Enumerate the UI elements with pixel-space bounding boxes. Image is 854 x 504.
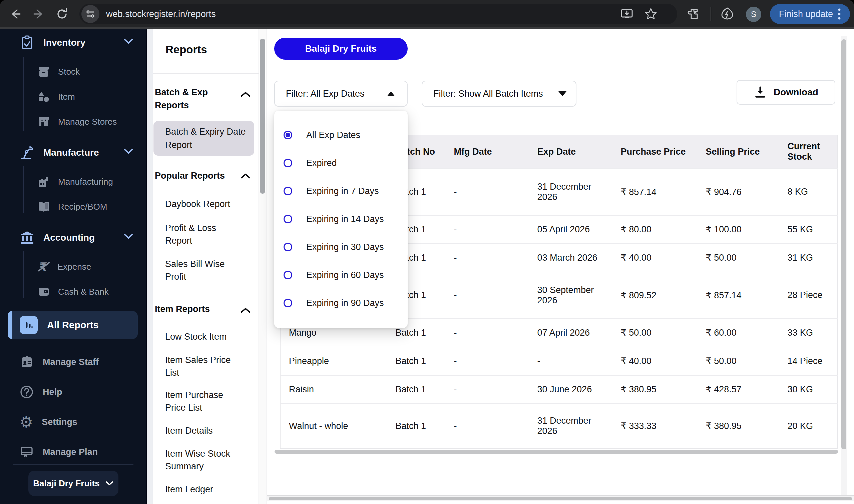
factory-icon — [37, 175, 50, 188]
shapes-icon — [37, 90, 50, 103]
chevron-up-icon[interactable] — [240, 307, 251, 314]
store-badge[interactable]: Balaji Dry Fruits — [274, 38, 408, 60]
option-expiring-14-days[interactable]: Expiring in 14 Days — [283, 205, 384, 233]
report-item-sales-bill-wise-profit[interactable]: Sales Bill Wise Profit — [165, 258, 242, 283]
recipe-book-icon — [37, 200, 50, 213]
report-item-profit-loss[interactable]: Profit & Loss Report — [165, 222, 242, 247]
sidebar-item-help[interactable]: Help — [19, 383, 63, 401]
radio-icon[interactable] — [283, 299, 292, 307]
finish-update-button[interactable]: Finish update — [770, 4, 850, 24]
reports-sidebar-scrollbar[interactable] — [259, 29, 267, 504]
col-current-stock: Current Stock — [783, 135, 838, 169]
radio-selected-icon[interactable] — [283, 131, 292, 139]
col-exp-date: Exp Date — [533, 135, 616, 169]
radio-icon[interactable] — [283, 243, 292, 251]
report-item-purchase-price-list[interactable]: Item Purchase Price List — [165, 389, 242, 414]
reload-button[interactable] — [54, 6, 70, 22]
option-all-exp-dates[interactable]: All Exp Dates — [283, 121, 360, 149]
scrollbar-thumb[interactable] — [260, 39, 265, 194]
main-content: Balaji Dry Fruits Filter: All Exp Dates … — [267, 29, 854, 504]
radio-icon[interactable] — [283, 159, 292, 167]
option-expired[interactable]: Expired — [283, 149, 337, 177]
report-item-low-stock[interactable]: Low Stock Item — [165, 330, 242, 343]
plan-ribbon-icon — [19, 445, 34, 459]
report-item-wise-stock-summary[interactable]: Item Wise Stock Summary — [165, 447, 242, 473]
radio-icon[interactable] — [283, 271, 292, 279]
sidebar-item-all-reports[interactable]: All Reports — [8, 311, 138, 339]
address-bar[interactable]: web.stockregister.in/reports — [80, 4, 677, 24]
forward-button[interactable] — [31, 6, 47, 22]
bottom-horizontal-scrollbar[interactable] — [267, 495, 854, 501]
chevron-up-icon[interactable] — [240, 91, 251, 98]
sidebar-item-settings[interactable]: ⚙ Settings — [19, 413, 77, 431]
sidebar-divider — [13, 305, 134, 305]
report-item-details[interactable]: Item Details — [165, 424, 242, 437]
bar-chart-icon — [20, 316, 38, 334]
gear-icon: ⚙ — [19, 415, 33, 429]
filter-batch-items-dropdown[interactable]: Filter: Show All Batch Items — [422, 81, 576, 107]
scrollbar-thumb[interactable] — [841, 39, 846, 449]
section-item-reports[interactable]: Item Reports — [155, 303, 238, 316]
kebab-menu-icon[interactable] — [838, 8, 841, 20]
toolbar-divider — [711, 7, 711, 21]
back-button[interactable] — [7, 6, 23, 22]
option-expiring-90-days[interactable]: Expiring in 90 Days — [283, 289, 384, 317]
chevron-up-icon[interactable] — [240, 173, 251, 179]
toolbar-bottom-edge — [0, 27, 854, 29]
profile-avatar[interactable]: S — [746, 7, 761, 22]
download-icon — [754, 86, 767, 99]
extensions-icon[interactable] — [685, 7, 700, 21]
main-vertical-scrollbar[interactable] — [841, 36, 847, 495]
reports-sidebar: Reports Batch & Exp Reports Batch & Expi… — [153, 29, 259, 504]
exp-dates-dropdown-menu: All Exp Dates Expired Expiring in 7 Days… — [274, 111, 408, 328]
chevron-down-icon[interactable] — [123, 38, 134, 45]
radio-icon[interactable] — [283, 187, 292, 195]
chevron-down-icon[interactable] — [123, 148, 134, 155]
sidebar-item-cash-bank[interactable]: Cash & Bank — [37, 284, 109, 300]
sidebar-item-manage-staff[interactable]: Manage Staff — [19, 353, 99, 371]
caret-up-icon — [387, 91, 395, 96]
install-app-icon[interactable] — [620, 4, 634, 24]
store-switcher-button[interactable]: Balaji Dry Fruits — [28, 471, 118, 496]
group-connector — [23, 57, 24, 131]
report-item-sales-price-list[interactable]: Item Sales Price List — [165, 354, 242, 379]
bookmark-star-icon[interactable] — [644, 4, 658, 24]
sidebar-group-manufacture[interactable]: Manufacture — [19, 143, 99, 162]
sidebar-item-manufacturing[interactable]: Manufacturing — [37, 174, 113, 190]
sidebar-item-recipe-bom[interactable]: Recipe/BOM — [37, 199, 107, 215]
help-circle-icon — [19, 385, 34, 399]
chevron-down-icon[interactable] — [123, 233, 134, 240]
filter-exp-dates-dropdown[interactable]: Filter: All Exp Dates — [274, 81, 408, 107]
report-item-batch-expiry-date[interactable]: Batch & Expiry Date Report — [154, 121, 254, 156]
clipboard-icon — [19, 35, 35, 50]
option-expiring-7-days[interactable]: Expiring in 7 Days — [283, 177, 379, 205]
sidebar-group-inventory[interactable]: Inventory — [19, 33, 85, 52]
section-popular-reports[interactable]: Popular Reports — [155, 169, 238, 182]
active-accent-bar — [8, 311, 12, 339]
section-batch-exp-reports[interactable]: Batch & Exp Reports — [155, 86, 238, 112]
group-connector — [23, 166, 24, 213]
option-expiring-30-days[interactable]: Expiring in 30 Days — [283, 233, 384, 261]
panel-divider — [153, 73, 259, 74]
option-expiring-60-days[interactable]: Expiring in 60 Days — [283, 261, 384, 289]
download-button[interactable]: Download — [736, 80, 835, 105]
sidebar-group-accounting[interactable]: Accounting — [19, 228, 95, 247]
sidebar-item-manage-stores[interactable]: Manage Stores — [37, 114, 117, 130]
table-horizontal-scrollbar[interactable] — [275, 450, 838, 454]
browser-toolbar: web.stockregister.in/reports S Finish up… — [0, 0, 854, 29]
sidebar-item-stock[interactable]: Stock — [37, 64, 80, 80]
sidebar-item-manage-plan[interactable]: Manage Plan — [19, 443, 98, 461]
table-row: Pineapple Batch 1 - - ₹ 40.00 ₹ 50.00 14… — [281, 347, 838, 375]
panel-gap — [147, 29, 153, 504]
sidebar-item-item[interactable]: Item — [37, 89, 75, 105]
radio-icon[interactable] — [283, 215, 292, 223]
report-item-ledger[interactable]: Item Ledger — [165, 483, 242, 496]
site-info-icon[interactable] — [82, 5, 100, 23]
table-row: Raisin Batch 1 - 30 June 2026 ₹ 380.95 ₹… — [281, 375, 838, 404]
battery-saver-leaf-icon[interactable] — [720, 7, 735, 21]
sidebar-item-expense[interactable]: ₹ Expense — [37, 259, 91, 275]
page-title: Reports — [165, 43, 207, 56]
screen: web.stockregister.in/reports S Finish up… — [0, 0, 854, 504]
scrollbar-thumb[interactable] — [269, 497, 852, 500]
report-item-daybook[interactable]: Daybook Report — [165, 198, 242, 210]
